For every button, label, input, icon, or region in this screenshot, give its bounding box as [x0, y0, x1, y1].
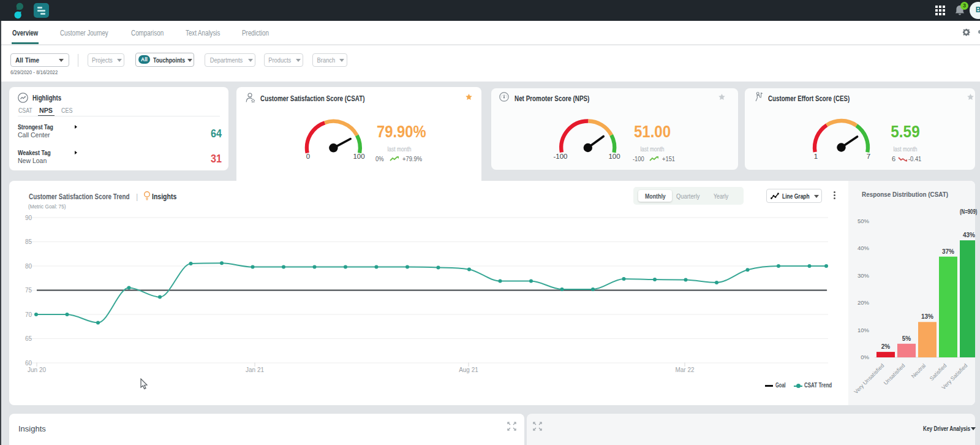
svg-text:30%: 30%	[858, 272, 870, 279]
svg-text:0%: 0%	[861, 354, 869, 360]
svg-text:13%: 13%	[921, 313, 933, 320]
svg-text:80: 80	[25, 263, 32, 270]
svg-text:37%: 37%	[942, 248, 954, 255]
svg-text:85: 85	[25, 238, 32, 245]
svg-text:20%: 20%	[858, 299, 870, 306]
svg-text:43%: 43%	[963, 232, 975, 238]
svg-text:60: 60	[25, 360, 32, 367]
svg-text:40%: 40%	[858, 245, 870, 251]
svg-text:2%: 2%	[881, 343, 891, 350]
svg-text:90: 90	[25, 215, 32, 221]
svg-text:5%: 5%	[902, 335, 911, 342]
svg-text:Very Unsatisfied: Very Unsatisfied	[853, 362, 885, 395]
svg-text:Neutral: Neutral	[910, 362, 927, 379]
svg-text:100: 100	[353, 153, 364, 160]
svg-text:100: 100	[608, 153, 620, 160]
svg-text:Satisfied: Satisfied	[929, 362, 948, 381]
svg-text:-100: -100	[553, 153, 567, 160]
svg-text:75: 75	[25, 287, 32, 294]
svg-text:Aug 21: Aug 21	[459, 367, 478, 373]
svg-text:70: 70	[25, 311, 32, 318]
svg-text:1: 1	[814, 153, 818, 160]
svg-text:10%: 10%	[858, 327, 870, 333]
svg-text:Mar 22: Mar 22	[675, 367, 695, 373]
svg-text:7: 7	[867, 153, 870, 160]
svg-text:50%: 50%	[858, 218, 870, 224]
svg-text:0: 0	[306, 153, 310, 160]
svg-text:Jun 20: Jun 20	[28, 367, 46, 373]
svg-text:Unsatisfied: Unsatisfied	[883, 362, 907, 386]
svg-text:65: 65	[25, 335, 32, 342]
svg-text:Jan 21: Jan 21	[246, 367, 264, 373]
